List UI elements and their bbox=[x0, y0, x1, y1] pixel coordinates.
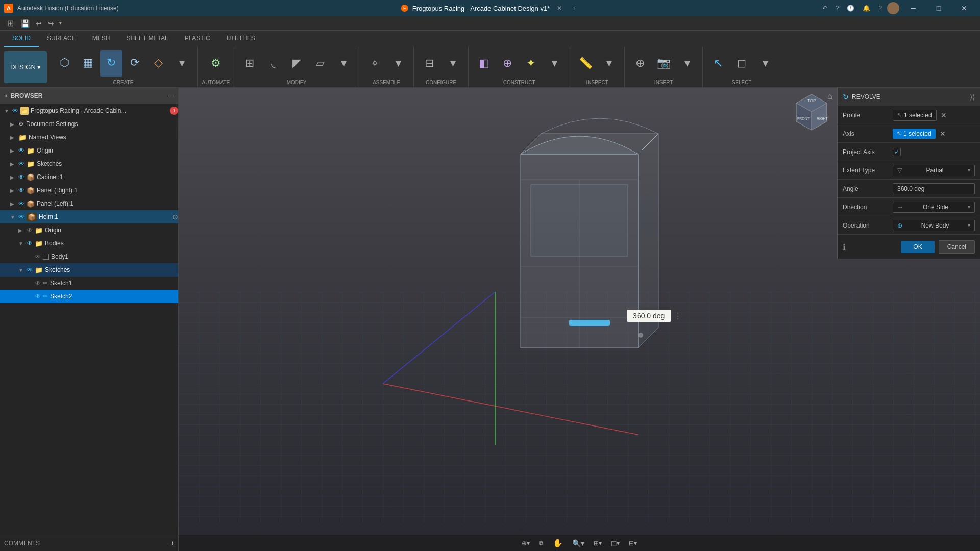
grid-menu[interactable]: ⊞ bbox=[4, 18, 17, 28]
browser-item-helm-origin[interactable]: ▶ 👁 📁 Origin bbox=[0, 223, 178, 237]
modify-press-pull[interactable]: ⊞ bbox=[238, 50, 261, 77]
create-sweep[interactable]: ⟳ bbox=[124, 50, 146, 77]
grid-snap[interactable]: ⧉ bbox=[535, 538, 548, 549]
undo-btn[interactable]: ↩ bbox=[34, 19, 44, 28]
design-button[interactable]: DESIGN ▾ bbox=[4, 51, 47, 83]
assemble-dropdown[interactable]: ▾ bbox=[387, 50, 409, 77]
profile-clear[interactable]: ✕ bbox=[941, 111, 947, 119]
revolve-panel-icon: ↻ bbox=[843, 93, 849, 101]
window-minimize[interactable]: ─ bbox=[901, 0, 925, 16]
browser-item-cabinet[interactable]: ▶ 👁 📦 Cabinet:1 bbox=[0, 170, 178, 184]
browser-item-helm-sketches[interactable]: ▼ 👁 📁 Sketches bbox=[0, 263, 178, 277]
home-view[interactable]: ⌂ bbox=[825, 90, 835, 103]
eye-icon[interactable]: 👁 bbox=[12, 107, 18, 114]
inspect-measure[interactable]: 📏 bbox=[574, 50, 597, 77]
tab-solid[interactable]: SOLID bbox=[4, 31, 39, 47]
help-icon[interactable]: ? bbox=[832, 5, 842, 12]
axis-clear[interactable]: ✕ bbox=[940, 130, 946, 138]
construct-plane[interactable]: ◧ bbox=[473, 50, 495, 77]
revolve-ok-button[interactable]: OK bbox=[901, 241, 934, 253]
insert-dropdown[interactable]: ▾ bbox=[676, 50, 698, 77]
create-extrude[interactable]: ▦ bbox=[77, 50, 99, 77]
assemble-joint[interactable]: ⌖ bbox=[363, 50, 386, 77]
ribbon-inspect: 📏 ▾ INSPECT bbox=[570, 47, 625, 87]
orbit-tool[interactable]: ✋ bbox=[549, 536, 567, 550]
revolve-cancel-button[interactable]: Cancel bbox=[939, 240, 975, 254]
tab-sheet-metal[interactable]: SHEET METAL bbox=[118, 31, 176, 47]
modify-shell[interactable]: ▱ bbox=[309, 50, 331, 77]
redo-btn[interactable]: ↪ bbox=[46, 19, 56, 28]
construct-dropdown[interactable]: ▾ bbox=[543, 50, 566, 77]
browser-item-body1[interactable]: 👁 Body1 bbox=[0, 250, 178, 263]
undo-dropdown[interactable]: ▾ bbox=[58, 20, 63, 26]
tab-plastic[interactable]: PLASTIC bbox=[177, 31, 218, 47]
zoom-tool[interactable]: 🔍▾ bbox=[568, 537, 589, 549]
browser-item-sketch2[interactable]: 👁 ✏ Sketch2 bbox=[0, 290, 178, 303]
construct-axis[interactable]: ⊕ bbox=[496, 50, 519, 77]
direction-dropdown[interactable]: ↔ One Side ▾ bbox=[893, 202, 975, 213]
display-mode3[interactable]: ⊟▾ bbox=[625, 538, 641, 549]
svg-text:FRONT: FRONT bbox=[797, 117, 810, 120]
tab-close[interactable]: ✕ bbox=[554, 4, 565, 13]
automate-tool[interactable]: ⚙ bbox=[205, 50, 227, 77]
configure-dropdown[interactable]: ▾ bbox=[442, 50, 464, 77]
project-axis-checkbox[interactable]: ✓ bbox=[893, 148, 901, 156]
history-icon[interactable]: 🕐 bbox=[844, 5, 857, 12]
browser-item-panel-right[interactable]: ▶ 👁 📦 Panel (Right):1 bbox=[0, 184, 178, 197]
comments-bar: COMMENTS + bbox=[0, 535, 178, 551]
select-dropdown[interactable]: ▾ bbox=[754, 50, 776, 77]
display-mode1[interactable]: ⊞▾ bbox=[590, 538, 606, 549]
tab-utilities[interactable]: UTILITIES bbox=[218, 31, 263, 47]
modify-fillet[interactable]: ◟ bbox=[262, 50, 284, 77]
display-mode2[interactable]: ◫▾ bbox=[607, 538, 624, 549]
browser-item-helm-bodies[interactable]: ▼ 👁 📁 Bodies bbox=[0, 237, 178, 250]
save-btn[interactable]: 💾 bbox=[19, 19, 32, 28]
browser-item-named-views[interactable]: ▶ 📁 Named Views bbox=[0, 131, 178, 144]
create-loft[interactable]: ◇ bbox=[147, 50, 169, 77]
revolve-panel-expand[interactable]: ⟩⟩ bbox=[970, 93, 975, 101]
profile-select-box[interactable]: ↖ 1 selected bbox=[893, 110, 937, 121]
revolve-operation-row: Operation ⊕ New Body ▾ bbox=[838, 216, 980, 235]
angle-input[interactable]: 360.0 deg bbox=[893, 183, 975, 194]
avatar[interactable] bbox=[887, 2, 899, 14]
browser-collapse[interactable]: « bbox=[4, 92, 8, 99]
axis-select-box[interactable]: ↖ 1 selected bbox=[893, 129, 936, 139]
extent-type-dropdown[interactable]: ▽ Partial ▾ bbox=[893, 165, 975, 176]
create-new-component[interactable]: ⬡ bbox=[53, 50, 76, 77]
browser-item-doc-settings[interactable]: ▶ ⚙ Document Settings bbox=[0, 117, 178, 131]
modify-dropdown[interactable]: ▾ bbox=[332, 50, 355, 77]
browser-item-sketch1[interactable]: 👁 ✏ Sketch1 bbox=[0, 277, 178, 290]
browser-item-panel-left[interactable]: ▶ 👁 📦 Panel (Left):1 bbox=[0, 197, 178, 210]
browser-item-sketches[interactable]: ▶ 👁 📁 Sketches bbox=[0, 157, 178, 170]
browser-item-origin[interactable]: ▶ 👁 📁 Origin bbox=[0, 144, 178, 157]
bell-icon[interactable]: 🔔 bbox=[860, 5, 873, 12]
tab-surface[interactable]: SURFACE bbox=[39, 31, 84, 47]
browser-options[interactable]: — bbox=[168, 92, 174, 99]
help2-icon[interactable]: ? bbox=[875, 5, 885, 12]
window-close[interactable]: ✕ bbox=[952, 0, 976, 16]
configure-tool[interactable]: ⊟ bbox=[418, 50, 440, 77]
viewport[interactable]: 360.0 deg ⋮ TOP FRONT RIGHT ⌂ ⊕▾ ⧉ ✋ 🔍▾ bbox=[179, 88, 980, 551]
select-tool2[interactable]: ◻ bbox=[730, 50, 753, 77]
angle-options[interactable]: ⋮ bbox=[674, 311, 682, 321]
browser-item-helm[interactable]: ▼ 👁 📦 Helm:1 ⊙ bbox=[0, 210, 178, 223]
snap-tool[interactable]: ⊕▾ bbox=[518, 538, 534, 549]
construct-point[interactable]: ✦ bbox=[520, 50, 542, 77]
insert-tool1[interactable]: ⊕ bbox=[629, 50, 651, 77]
modify-chamfer[interactable]: ◤ bbox=[285, 50, 308, 77]
nav-back[interactable]: ↶ bbox=[819, 5, 830, 12]
browser-item-root[interactable]: ▼ 👁 📁 Frogtopus Racing - Arcade Cabin...… bbox=[0, 104, 178, 117]
window-maximize[interactable]: □ bbox=[927, 0, 950, 16]
tab-mesh[interactable]: MESH bbox=[84, 31, 118, 47]
new-tab[interactable]: + bbox=[569, 4, 579, 13]
revolve-info-icon[interactable]: ℹ bbox=[843, 242, 846, 252]
select-tool1[interactable]: ↖ bbox=[707, 50, 729, 77]
create-dropdown[interactable]: ▾ bbox=[170, 50, 193, 77]
operation-dropdown[interactable]: ⊕ New Body ▾ bbox=[893, 220, 975, 231]
create-revolve[interactable]: ↻ bbox=[100, 50, 122, 77]
select-label: SELECT bbox=[732, 78, 752, 85]
comments-add[interactable]: + bbox=[170, 540, 174, 547]
app-title: Autodesk Fusion (Education License) bbox=[17, 5, 119, 12]
insert-tool2[interactable]: 📷 bbox=[652, 50, 675, 77]
inspect-dropdown[interactable]: ▾ bbox=[598, 50, 620, 77]
